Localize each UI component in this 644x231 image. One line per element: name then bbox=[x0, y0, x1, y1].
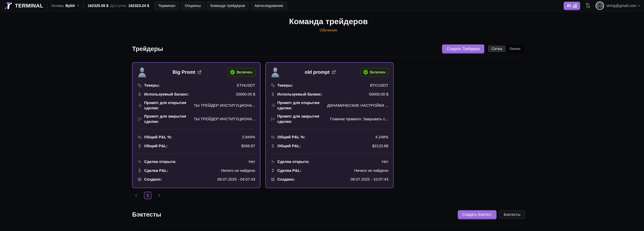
create-trader-button[interactable]: Создать Трейдера bbox=[442, 45, 484, 53]
field-total-pnl-pct: % Общий P&L %: 4.248% bbox=[270, 133, 388, 142]
field-label: Промпт для открытия сделки: bbox=[277, 100, 322, 111]
field-label: Тикеры: bbox=[277, 83, 293, 88]
field-label: Промпт для закрытия сделки: bbox=[277, 114, 322, 124]
log-out-icon bbox=[270, 117, 275, 121]
field-label: Используемый баланс: bbox=[277, 92, 322, 97]
divider bbox=[47, 2, 48, 9]
pagination-page-1[interactable]: 1 bbox=[144, 192, 152, 199]
field-label: Сделка открыта: bbox=[144, 159, 176, 164]
trader-card-header: Big Promt Включен bbox=[138, 67, 255, 77]
field-value: 09.07.2025 - 04:07:43 bbox=[217, 177, 255, 181]
trader-avatar bbox=[138, 67, 147, 77]
field-label: Создано: bbox=[144, 177, 162, 182]
account-chevron-down-icon[interactable] bbox=[638, 4, 641, 7]
dollar-icon: $ bbox=[270, 144, 275, 148]
main-nav: Терминал Опционы Команда трейдеров Автос… bbox=[154, 2, 287, 10]
field-value: 09.07.2025 - 10:07:43 bbox=[350, 177, 388, 181]
main-content: Команда трейдеров Обучение Трейдеры Созд… bbox=[132, 17, 525, 226]
field-created: Создано: 09.07.2025 - 04:07:43 bbox=[138, 175, 255, 184]
field-close-prompt: Промпт для закрытия сделки: Главное прав… bbox=[270, 112, 388, 126]
ai-assistant-button[interactable]: AI bbox=[564, 2, 580, 10]
field-label: Создано: bbox=[277, 177, 295, 182]
log-in-icon bbox=[270, 103, 275, 108]
trader-fields: Тикеры: BTCUSDT $ Используемый баланс: 5… bbox=[270, 81, 388, 184]
traders-section-header: Трейдеры Создать Трейдера Сетка Линия bbox=[132, 45, 525, 53]
backtests-heading: Бэктесты bbox=[132, 211, 161, 218]
total-balance: 162325.55 $ bbox=[88, 4, 108, 8]
brand-name: TERMINAL bbox=[15, 3, 43, 9]
brand: TERMINAL bbox=[4, 2, 43, 10]
assets-label: Активы bbox=[51, 4, 64, 8]
nav-options-button[interactable]: Опционы bbox=[181, 2, 204, 10]
coins-icon bbox=[138, 83, 142, 87]
field-tickers: Тикеры: ETHUSDT bbox=[138, 81, 255, 90]
settings-sliders-icon[interactable] bbox=[585, 3, 590, 9]
trader-avatar bbox=[270, 67, 280, 77]
field-total-pnl-pct: % Общий P&L %: 2.844% bbox=[138, 133, 255, 142]
available-balance: 162323.24 $ bbox=[128, 4, 149, 8]
trader-name: Big Promt bbox=[172, 70, 196, 75]
field-label: Промпт для открытия сделки: bbox=[144, 100, 189, 111]
field-label: Общий P&L %: bbox=[277, 134, 305, 140]
trader-cards: Big Promt Включен bbox=[132, 62, 525, 188]
card-divider bbox=[138, 129, 255, 129]
pagination: 1 bbox=[132, 192, 525, 199]
dollar-icon: $ bbox=[138, 168, 142, 173]
field-label: Общий P&L: bbox=[277, 143, 301, 149]
dollar-icon: $ bbox=[138, 92, 142, 96]
trader-card: Big Promt Включен bbox=[132, 62, 260, 188]
nav-terminal-button[interactable]: Терминал bbox=[154, 2, 179, 10]
pagination-next-icon[interactable] bbox=[158, 193, 161, 198]
field-trade-pnl: $ Сделка P&L: Ничего не найдено bbox=[138, 166, 255, 175]
field-close-prompt: Промпт для закрытия сделки: ТЫ ТРЕЙДЕР И… bbox=[138, 112, 255, 126]
card-divider bbox=[138, 154, 255, 154]
field-value: Нет bbox=[382, 159, 388, 164]
create-backtest-button[interactable]: Создать Бэктест bbox=[458, 210, 497, 219]
card-divider bbox=[270, 154, 388, 154]
field-label: Сделка открыта: bbox=[277, 159, 310, 164]
coins-icon bbox=[270, 83, 275, 87]
field-value: 2.844% bbox=[242, 135, 255, 139]
dollar-icon: $ bbox=[138, 144, 142, 148]
field-total-pnl: $ Общий P&L: $568.87 bbox=[138, 142, 255, 150]
field-value: 50000.00 $ bbox=[369, 92, 388, 96]
field-label: Общий P&L: bbox=[144, 143, 168, 149]
status-badge: Включен bbox=[227, 68, 255, 76]
backtests-section-header: Бэктесты Создать Бэктест Бэктесты bbox=[132, 210, 525, 219]
pagination-prev-icon[interactable] bbox=[134, 193, 138, 198]
check-circle-icon bbox=[230, 70, 235, 75]
nav-traders-team-button[interactable]: Команда трейдеров bbox=[207, 2, 248, 10]
activity-icon bbox=[138, 160, 142, 164]
trader-name-wrap: old prompt bbox=[280, 70, 360, 75]
field-value: 20000.00 $ bbox=[236, 92, 255, 96]
nav-autofollow-button[interactable]: Автоследование bbox=[251, 2, 287, 10]
field-balance: $ Используемый баланс: 20000.00 $ bbox=[138, 90, 255, 99]
external-link-icon[interactable] bbox=[332, 70, 336, 74]
log-out-icon bbox=[138, 117, 142, 121]
field-value: $568.87 bbox=[241, 144, 255, 148]
terminal-logo-icon bbox=[4, 2, 12, 10]
field-value: 4.248% bbox=[375, 135, 388, 139]
card-divider bbox=[270, 129, 388, 129]
divider bbox=[84, 2, 84, 9]
view-toggle-line[interactable]: Линия bbox=[506, 45, 524, 52]
user-avatar[interactable] bbox=[596, 2, 604, 10]
view-toggle-grid[interactable]: Сетка bbox=[488, 45, 506, 52]
backtests-list-button[interactable]: Бэктесты bbox=[499, 210, 525, 219]
external-link-icon[interactable] bbox=[198, 70, 202, 74]
training-link[interactable]: Обучение bbox=[132, 28, 525, 32]
field-value: ETHUSDT bbox=[237, 83, 255, 88]
field-label: Тикеры: bbox=[144, 83, 160, 88]
field-value: Нет bbox=[248, 159, 255, 164]
status-label: Включен bbox=[236, 70, 252, 74]
activity-icon bbox=[270, 160, 275, 164]
dollar-icon: $ bbox=[270, 92, 275, 96]
chart-trending-icon bbox=[572, 4, 577, 8]
assets-exchange-selector[interactable]: Активы Bybit bbox=[51, 4, 80, 8]
available-label: Доступно bbox=[110, 4, 126, 8]
status-badge: Включен bbox=[360, 68, 388, 76]
section-divider bbox=[132, 225, 525, 226]
field-created: Создано: 09.07.2025 - 10:07:43 bbox=[270, 175, 388, 184]
field-balance: $ Используемый баланс: 50000.00 $ bbox=[270, 90, 388, 99]
trader-fields: Тикеры: ETHUSDT $ Используемый баланс: 2… bbox=[138, 81, 255, 184]
